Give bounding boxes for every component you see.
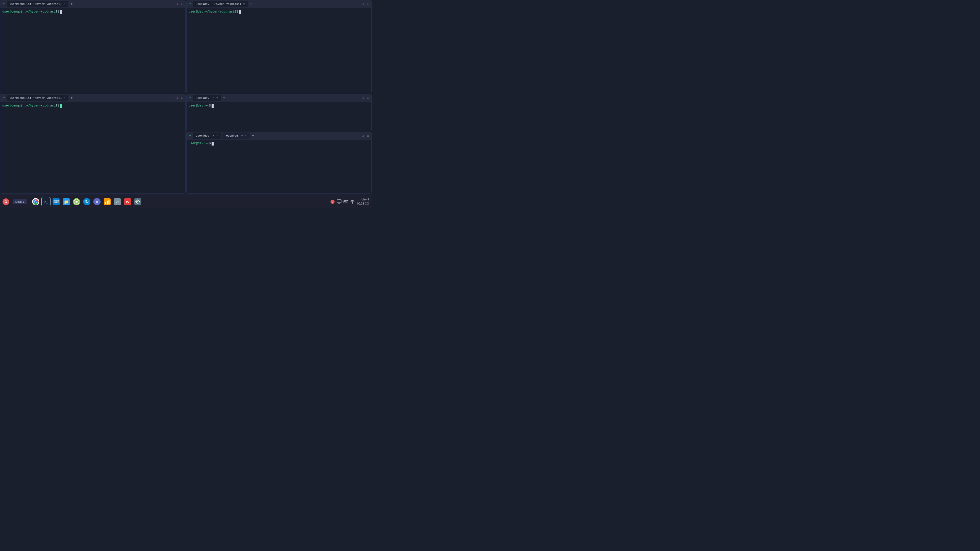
files-icon[interactable]: 📁 bbox=[62, 197, 71, 206]
prompt-path-5: :~ bbox=[204, 141, 207, 146]
terminal-window-5: ⌨ user@dev: ~ ✕ root@ygg: ~ ✕ + — □ ✕ us… bbox=[186, 132, 372, 194]
settings-icon[interactable] bbox=[133, 197, 142, 206]
close-btn-4[interactable]: ✕ bbox=[366, 96, 370, 100]
maximize-btn-2[interactable]: □ bbox=[361, 2, 365, 6]
tab-5-1[interactable]: user@dev: ~ ✕ bbox=[193, 132, 221, 139]
terminal-body-2[interactable]: user@dev :~/hyper-yggdrasil $ bbox=[186, 8, 371, 93]
tab-2-1[interactable]: user@dev: ~/hyper-yggdrasil ✕ bbox=[193, 1, 248, 7]
svg-rect-16 bbox=[107, 201, 108, 204]
cursor-5 bbox=[212, 142, 213, 145]
activity-dot bbox=[5, 201, 7, 203]
window-controls-5: — □ ✕ bbox=[355, 134, 370, 138]
svg-point-38 bbox=[352, 203, 353, 204]
svg-rect-17 bbox=[108, 200, 110, 204]
tab-5-2[interactable]: root@ygg: ~ ✕ bbox=[222, 132, 250, 139]
prompt-dollar-1: $ bbox=[57, 10, 59, 14]
apps-icon[interactable] bbox=[72, 197, 81, 206]
prompt-dollar-3: $ bbox=[57, 104, 59, 108]
taskbar-right: May 9 00:24 CO bbox=[330, 197, 369, 205]
windows-area: ⌨ user@penguin: ~/hyper-yggdrasil ✕ + — … bbox=[0, 0, 372, 194]
window-controls-3: — □ ✕ bbox=[169, 96, 184, 100]
close-btn-3[interactable]: ✕ bbox=[180, 96, 184, 100]
minimize-btn-1[interactable]: — bbox=[169, 2, 173, 6]
minimize-btn-2[interactable]: — bbox=[355, 2, 360, 6]
tab-4-1-close[interactable]: ✕ bbox=[216, 97, 218, 100]
close-btn-5[interactable]: ✕ bbox=[366, 134, 370, 138]
terminal-body-4[interactable]: user@dev :~ -$ bbox=[186, 102, 371, 131]
terminal-icon-5: ⌨ bbox=[188, 134, 192, 138]
prompt-user-3: user@penguin bbox=[2, 104, 24, 108]
svg-rect-15 bbox=[105, 202, 106, 204]
webapp-icon[interactable]: W bbox=[123, 197, 132, 206]
cursor-3 bbox=[60, 104, 62, 108]
prompt-5: user@dev :~ -$ bbox=[189, 141, 369, 146]
tab-3-1[interactable]: user@penguin: ~/hyper-yggdrasil ✕ bbox=[7, 95, 68, 101]
vpn-icon[interactable]: V bbox=[92, 197, 102, 206]
maximize-btn-4[interactable]: □ bbox=[361, 96, 365, 100]
vscode-icon[interactable]: ⌨ bbox=[52, 197, 61, 206]
prompt-user-1: user@penguin bbox=[2, 10, 24, 14]
tab-2-add[interactable]: + bbox=[249, 2, 253, 6]
folder-icon[interactable]: 🗂 bbox=[113, 197, 122, 206]
tab-4-add[interactable]: + bbox=[222, 96, 227, 100]
minimize-btn-4[interactable]: — bbox=[355, 96, 360, 100]
terminal-icon-2: ⌨ bbox=[188, 2, 192, 6]
tab-3-add[interactable]: + bbox=[69, 96, 74, 100]
activity-button[interactable] bbox=[3, 198, 9, 205]
cursor-2 bbox=[239, 10, 241, 14]
svg-text:↻: ↻ bbox=[85, 199, 89, 204]
prompt-dollar-4: -$ bbox=[207, 104, 210, 108]
chart-icon[interactable] bbox=[103, 197, 112, 206]
hyper-terminal-icon[interactable]: >_ bbox=[41, 197, 51, 206]
title-bar-1: ⌨ user@penguin: ~/hyper-yggdrasil ✕ + — … bbox=[0, 0, 185, 8]
desk-label[interactable]: Desk 1 bbox=[13, 199, 27, 204]
chrome-icon[interactable] bbox=[31, 197, 40, 206]
tab-1-add[interactable]: + bbox=[69, 2, 74, 6]
notification-icon[interactable] bbox=[330, 199, 335, 204]
prompt-user-4: user@dev bbox=[189, 104, 204, 108]
minimize-btn-3[interactable]: — bbox=[169, 96, 173, 100]
terminal-body-1[interactable]: user@penguin :~/hyper-yggdrasil $ bbox=[0, 8, 185, 93]
taskbar: Desk 1 >_ ⌨ bbox=[0, 194, 372, 209]
svg-rect-29 bbox=[337, 200, 341, 203]
tab-5-2-close[interactable]: ✕ bbox=[245, 134, 247, 137]
sync-icon[interactable]: ↻ bbox=[82, 197, 91, 206]
title-bar-5: ⌨ user@dev: ~ ✕ root@ygg: ~ ✕ + — □ ✕ bbox=[186, 132, 371, 140]
cursor-1 bbox=[60, 10, 62, 14]
prompt-path-3: :~/hyper-yggdrasil bbox=[24, 104, 57, 108]
prompt-1: user@penguin :~/hyper-yggdrasil $ bbox=[2, 10, 183, 14]
display-icon[interactable] bbox=[337, 199, 342, 204]
terminal-icon-1: ⌨ bbox=[2, 2, 6, 6]
close-btn-2[interactable]: ✕ bbox=[366, 2, 370, 6]
prompt-2: user@dev :~/hyper-yggdrasil $ bbox=[189, 10, 369, 14]
tab-2-1-label: user@dev: ~/hyper-yggdrasil bbox=[196, 3, 241, 6]
wifi-icon[interactable] bbox=[350, 199, 355, 204]
title-bar-4: ⌨ user@dev: ~ ✕ + — □ ✕ bbox=[186, 94, 371, 102]
maximize-btn-3[interactable]: □ bbox=[175, 96, 179, 100]
tab-2-1-close[interactable]: ✕ bbox=[243, 3, 245, 6]
tab-4-1[interactable]: user@dev: ~ ✕ bbox=[193, 95, 221, 101]
minimize-btn-5[interactable]: — bbox=[355, 134, 360, 138]
window-controls-2: — □ ✕ bbox=[355, 2, 370, 6]
tab-3-1-close[interactable]: ✕ bbox=[63, 97, 66, 100]
tab-1-1-close[interactable]: ✕ bbox=[63, 3, 66, 6]
maximize-btn-1[interactable]: □ bbox=[175, 2, 179, 6]
terminal-body-5[interactable]: user@dev :~ -$ bbox=[186, 140, 371, 193]
maximize-btn-5[interactable]: □ bbox=[361, 134, 365, 138]
tab-3-1-label: user@penguin: ~/hyper-yggdrasil bbox=[10, 97, 62, 100]
tab-1-1[interactable]: user@penguin: ~/hyper-yggdrasil ✕ bbox=[7, 1, 68, 7]
close-btn-1[interactable]: ✕ bbox=[180, 2, 184, 6]
tab-5-1-close[interactable]: ✕ bbox=[216, 134, 218, 137]
svg-text:⌨: ⌨ bbox=[53, 200, 59, 204]
tab-5-2-label: root@ygg: ~ bbox=[224, 134, 243, 137]
svg-point-2 bbox=[35, 201, 37, 203]
keyboard-icon[interactable] bbox=[343, 199, 348, 204]
terminal-window-2: ⌨ user@dev: ~/hyper-yggdrasil ✕ + — □ ✕ … bbox=[186, 0, 372, 93]
svg-text:V: V bbox=[96, 200, 99, 204]
title-bar-3: ⌨ user@penguin: ~/hyper-yggdrasil ✕ + — … bbox=[0, 94, 185, 102]
terminal-body-3[interactable]: user@penguin :~/hyper-yggdrasil $ bbox=[0, 102, 185, 193]
tab-5-add[interactable]: + bbox=[251, 134, 255, 138]
prompt-dollar-2: $ bbox=[236, 10, 238, 14]
svg-text:W: W bbox=[126, 200, 130, 204]
prompt-3: user@penguin :~/hyper-yggdrasil $ bbox=[2, 104, 183, 108]
